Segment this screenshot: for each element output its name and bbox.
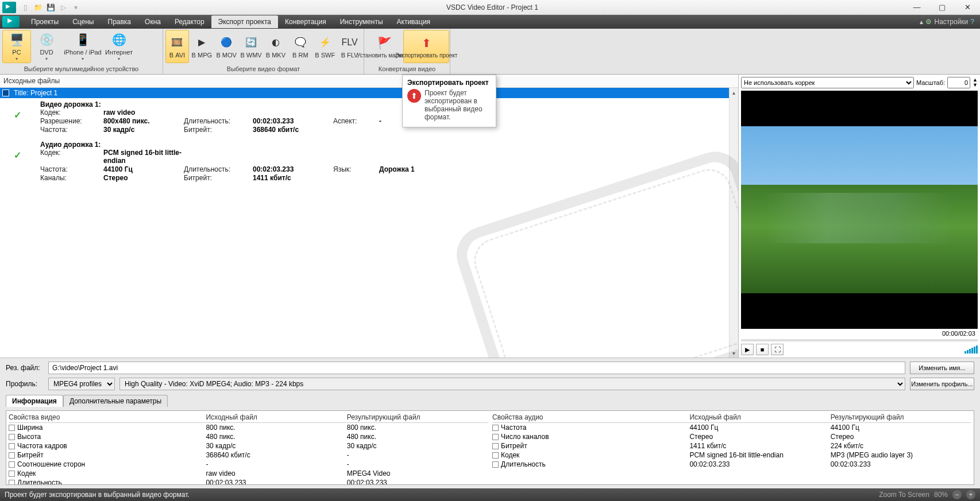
- qat-save-icon[interactable]: 💾: [46, 3, 55, 12]
- table-cell: MP3 (MPEG audio layer 3): [831, 451, 971, 459]
- table-cell: -: [206, 460, 346, 468]
- checkbox[interactable]: [9, 443, 15, 449]
- table-cell: Стерео: [831, 433, 971, 441]
- menu-item-5[interactable]: Экспорт проекта: [211, 15, 278, 28]
- menu-item-3[interactable]: Окна: [138, 15, 168, 28]
- table-cell: 368640 кбит/с: [206, 451, 346, 459]
- profile-desc-select[interactable]: High Quality - Video: XviD MPEG4; Audio:…: [119, 378, 905, 390]
- close-button[interactable]: ✕: [955, 0, 980, 15]
- menu-item-2[interactable]: Правка: [101, 15, 138, 28]
- device-button-dvd[interactable]: 💿DVD▾: [32, 30, 61, 63]
- table-cell: 480 пикс.: [206, 433, 346, 441]
- collapse-ribbon-icon[interactable]: ▴: [920, 18, 923, 26]
- correction-select[interactable]: Не использовать коррек: [741, 77, 914, 88]
- qat-new-icon[interactable]: ▯: [21, 3, 30, 12]
- ribbon-group-convert: 🚩 Установить маркеры ⬆ Экспортировать пр…: [364, 29, 450, 74]
- zoom-label: Масштаб:: [916, 79, 945, 86]
- menu-item-4[interactable]: Редактор: [168, 15, 211, 28]
- export-project-button[interactable]: ⬆ Экспортировать проект: [403, 30, 449, 63]
- change-profile-button[interactable]: Изменить профиль...: [910, 378, 974, 390]
- project-title-row[interactable]: Title: Project 1: [0, 88, 738, 98]
- menu-item-0[interactable]: Проекты: [24, 15, 65, 28]
- preview-seekbar[interactable]: [741, 339, 978, 341]
- zoom-input[interactable]: [947, 77, 970, 88]
- format-button-в-rm[interactable]: 🗨️В RM: [288, 30, 312, 63]
- table-cell: 800 пикс.: [206, 424, 346, 432]
- menu-item-7[interactable]: Инструменты: [333, 15, 390, 28]
- play-button[interactable]: ▶: [741, 344, 754, 355]
- column-header: Свойства аудио: [492, 413, 689, 421]
- video-preview[interactable]: [741, 91, 978, 329]
- device-button-iphone-ipad[interactable]: 📱iPhone / iPad▾: [62, 30, 103, 63]
- checkbox[interactable]: [9, 471, 15, 477]
- checkbox[interactable]: [492, 461, 499, 468]
- menu-item-1[interactable]: Сцены: [65, 15, 101, 28]
- checkbox[interactable]: [492, 425, 499, 431]
- format-button-в-swf[interactable]: ⚡В SWF: [313, 30, 337, 63]
- qat-open-icon[interactable]: 📁: [33, 3, 43, 12]
- format-icon: 🔄: [242, 34, 260, 51]
- format-button-в-mpg[interactable]: ▶В MPG: [190, 30, 214, 63]
- table-row: Число каналовСтереоСтерео: [492, 432, 971, 441]
- menu-item-6[interactable]: Конвертация: [278, 15, 333, 28]
- track-cell: Битрейт:: [184, 126, 253, 134]
- qat-play-icon[interactable]: ▷: [59, 3, 68, 12]
- format-icon: FLV: [341, 34, 359, 51]
- track-cell: Длительность:: [184, 165, 253, 173]
- track-cell: Частота:: [40, 165, 103, 173]
- checkbox[interactable]: [492, 434, 499, 440]
- track-cell: PCM signed 16-bit little-endian: [103, 149, 184, 165]
- table-cell: 480 пикс.: [347, 433, 488, 441]
- profile-group-select[interactable]: MPEG4 profiles: [48, 378, 115, 390]
- checkbox[interactable]: [492, 452, 499, 459]
- zoom-to-screen-label[interactable]: Zoom To Screen: [879, 491, 929, 499]
- track-cell: Язык:: [333, 165, 379, 173]
- track-cell: [184, 149, 253, 165]
- tab-information[interactable]: Информация: [6, 395, 63, 407]
- minimize-button[interactable]: —: [904, 0, 929, 15]
- change-name-button[interactable]: Изменить имя...: [910, 362, 974, 374]
- checkbox[interactable]: [9, 425, 15, 431]
- table-cell: raw video: [206, 469, 346, 477]
- preview-panel: Не использовать коррек Масштаб: ▲▼ 00:00…: [739, 75, 980, 358]
- format-button-в-mkv[interactable]: ◐В MKV: [264, 30, 288, 63]
- zoom-in-button[interactable]: +: [966, 490, 975, 499]
- checkbox[interactable]: [9, 452, 15, 459]
- table-cell: 00:02:03.233: [347, 479, 488, 485]
- logo-icon[interactable]: [2, 16, 20, 28]
- track-cell: Длительность:: [184, 117, 253, 125]
- volume-indicator[interactable]: [964, 345, 978, 354]
- format-button-в-avi[interactable]: 🎞️В AVI: [165, 30, 189, 63]
- track-cell: [333, 126, 379, 134]
- track-cell: Аспект:: [333, 117, 379, 125]
- format-button-в-wmv[interactable]: 🔄В WMV: [240, 30, 263, 63]
- checkbox[interactable]: [9, 434, 15, 440]
- fullscreen-button[interactable]: ⛶: [771, 344, 784, 355]
- format-button-в-mov[interactable]: 🔵В MOV: [215, 30, 238, 63]
- checkbox[interactable]: [9, 480, 15, 485]
- zoom-out-button[interactable]: −: [952, 490, 962, 499]
- settings-label[interactable]: Настройки: [934, 18, 968, 26]
- scroll-up-icon[interactable]: ▴: [730, 88, 738, 97]
- zoom-spinner[interactable]: ▲▼: [973, 77, 978, 88]
- device-button-pc[interactable]: 🖥️PC▾: [2, 30, 31, 63]
- tab-additional-params[interactable]: Дополнительные параметры: [63, 395, 168, 407]
- collapse-icon[interactable]: [2, 90, 9, 96]
- stop-button[interactable]: ■: [756, 344, 769, 355]
- gear-icon[interactable]: ⚙: [925, 18, 932, 26]
- result-file-input[interactable]: [48, 362, 905, 374]
- checkbox[interactable]: [9, 461, 15, 468]
- checkbox[interactable]: [492, 443, 499, 449]
- table-cell: 00:02:03.233: [206, 479, 346, 485]
- maximize-button[interactable]: ▢: [929, 0, 955, 15]
- window-title: VSDC Video Editor - Project 1: [80, 3, 904, 11]
- qat-dropdown-icon[interactable]: ▾: [71, 3, 80, 12]
- menu-item-8[interactable]: Активация: [390, 15, 438, 28]
- table-cell: Число каналов: [492, 433, 689, 441]
- table-cell: 1411 кбит/с: [689, 442, 830, 450]
- track-cell: 1411 кбит/с: [253, 174, 333, 182]
- table-row: Частота44100 Гц44100 Гц: [492, 423, 971, 432]
- help-icon[interactable]: ?: [970, 18, 974, 26]
- zoom-percentage: 80%: [934, 491, 948, 499]
- device-button--[interactable]: 🌐Интернет▾: [105, 30, 133, 63]
